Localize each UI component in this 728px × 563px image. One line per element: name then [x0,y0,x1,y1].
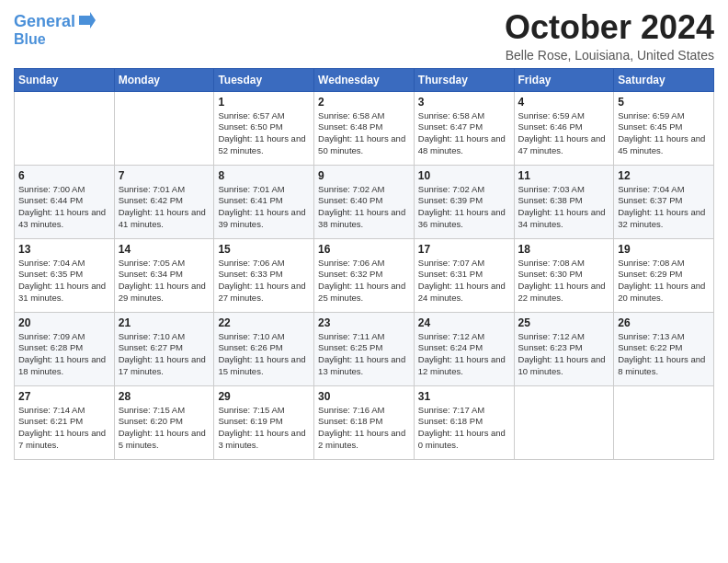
calendar-cell: 18Sunrise: 7:08 AM Sunset: 6:30 PM Dayli… [514,238,614,312]
cell-info: Sunrise: 7:01 AM Sunset: 6:41 PM Dayligh… [218,184,310,231]
cell-info: Sunrise: 7:12 AM Sunset: 6:24 PM Dayligh… [418,331,510,378]
calendar-cell: 14Sunrise: 7:05 AM Sunset: 6:34 PM Dayli… [114,238,214,312]
day-number: 2 [318,96,410,109]
day-number: 5 [618,96,710,109]
cell-info: Sunrise: 7:00 AM Sunset: 6:44 PM Dayligh… [18,184,110,231]
cell-info: Sunrise: 7:14 AM Sunset: 6:21 PM Dayligh… [18,405,110,452]
cell-info: Sunrise: 7:08 AM Sunset: 6:30 PM Dayligh… [518,258,610,304]
day-number: 9 [318,169,410,182]
calendar-cell: 15Sunrise: 7:06 AM Sunset: 6:33 PM Dayli… [214,238,314,312]
page: General Blue October 2024 Belle Rose, Lo… [0,0,728,563]
cell-info: Sunrise: 7:16 AM Sunset: 6:18 PM Dayligh… [318,405,410,452]
cell-info: Sunrise: 7:11 AM Sunset: 6:25 PM Dayligh… [318,331,410,378]
weekday-header-thursday: Thursday [414,68,514,91]
cell-info: Sunrise: 7:08 AM Sunset: 6:29 PM Dayligh… [618,258,710,304]
day-number: 20 [18,316,110,329]
calendar-cell: 4Sunrise: 6:59 AM Sunset: 6:46 PM Daylig… [514,91,614,165]
day-number: 10 [418,169,510,182]
day-number: 13 [18,243,110,256]
title-area: October 2024 Belle Rose, Louisiana, Unit… [505,9,714,63]
day-number: 30 [318,390,410,403]
day-number: 22 [218,316,310,329]
day-number: 11 [518,169,610,182]
calendar-cell: 5Sunrise: 6:59 AM Sunset: 6:45 PM Daylig… [614,91,714,165]
calendar-cell [514,385,614,459]
day-number: 24 [418,316,510,329]
calendar-cell: 19Sunrise: 7:08 AM Sunset: 6:29 PM Dayli… [614,238,714,312]
day-number: 25 [518,316,610,329]
cell-info: Sunrise: 6:57 AM Sunset: 6:50 PM Dayligh… [218,110,310,157]
weekday-header-monday: Monday [114,68,214,91]
calendar-cell: 2Sunrise: 6:58 AM Sunset: 6:48 PM Daylig… [314,91,415,165]
calendar-week-2: 6Sunrise: 7:00 AM Sunset: 6:44 PM Daylig… [15,165,714,238]
calendar-cell: 25Sunrise: 7:12 AM Sunset: 6:23 PM Dayli… [514,312,614,385]
day-number: 18 [518,243,610,256]
day-number: 4 [518,96,610,109]
cell-info: Sunrise: 7:03 AM Sunset: 6:38 PM Dayligh… [518,184,610,231]
day-number: 19 [618,243,710,256]
logo-arrow-icon [77,10,97,30]
cell-info: Sunrise: 7:02 AM Sunset: 6:40 PM Dayligh… [318,184,410,231]
cell-info: Sunrise: 7:04 AM Sunset: 6:37 PM Dayligh… [618,184,710,231]
cell-info: Sunrise: 7:17 AM Sunset: 6:18 PM Dayligh… [418,405,510,452]
cell-info: Sunrise: 7:04 AM Sunset: 6:35 PM Dayligh… [18,258,110,304]
cell-info: Sunrise: 7:01 AM Sunset: 6:42 PM Dayligh… [119,184,210,231]
weekday-header-row: SundayMondayTuesdayWednesdayThursdayFrid… [15,68,714,91]
cell-info: Sunrise: 6:58 AM Sunset: 6:48 PM Dayligh… [318,110,410,157]
calendar-cell: 3Sunrise: 6:58 AM Sunset: 6:47 PM Daylig… [414,91,514,165]
calendar-cell: 23Sunrise: 7:11 AM Sunset: 6:25 PM Dayli… [314,312,415,385]
day-number: 17 [418,243,510,256]
calendar-cell: 22Sunrise: 7:10 AM Sunset: 6:26 PM Dayli… [214,312,314,385]
logo-line1: General [14,12,75,30]
weekday-header-friday: Friday [514,68,614,91]
day-number: 31 [418,390,510,403]
calendar-week-4: 20Sunrise: 7:09 AM Sunset: 6:28 PM Dayli… [15,312,714,385]
calendar-cell: 31Sunrise: 7:17 AM Sunset: 6:18 PM Dayli… [414,385,514,459]
cell-info: Sunrise: 7:09 AM Sunset: 6:28 PM Dayligh… [18,331,110,378]
cell-info: Sunrise: 7:10 AM Sunset: 6:26 PM Dayligh… [218,331,310,378]
header: General Blue October 2024 Belle Rose, Lo… [14,9,714,63]
cell-info: Sunrise: 7:15 AM Sunset: 6:19 PM Dayligh… [218,405,310,452]
logo-line2: Blue [14,31,97,48]
calendar-cell: 10Sunrise: 7:02 AM Sunset: 6:39 PM Dayli… [414,165,514,238]
day-number: 1 [218,96,310,109]
calendar-cell: 17Sunrise: 7:07 AM Sunset: 6:31 PM Dayli… [414,238,514,312]
calendar-cell: 21Sunrise: 7:10 AM Sunset: 6:27 PM Dayli… [114,312,214,385]
logo: General Blue [14,9,97,47]
day-number: 21 [119,316,210,329]
calendar-cell: 30Sunrise: 7:16 AM Sunset: 6:18 PM Dayli… [314,385,415,459]
cell-info: Sunrise: 7:07 AM Sunset: 6:31 PM Dayligh… [418,258,510,304]
cell-info: Sunrise: 6:59 AM Sunset: 6:45 PM Dayligh… [618,110,710,157]
day-number: 26 [618,316,710,329]
cell-info: Sunrise: 7:02 AM Sunset: 6:39 PM Dayligh… [418,184,510,231]
cell-info: Sunrise: 7:05 AM Sunset: 6:34 PM Dayligh… [119,258,210,304]
svg-marker-0 [79,12,96,29]
cell-info: Sunrise: 7:12 AM Sunset: 6:23 PM Dayligh… [518,331,610,378]
calendar-cell: 29Sunrise: 7:15 AM Sunset: 6:19 PM Dayli… [214,385,314,459]
weekday-header-saturday: Saturday [614,68,714,91]
weekday-header-sunday: Sunday [15,68,115,91]
calendar-cell: 28Sunrise: 7:15 AM Sunset: 6:20 PM Dayli… [114,385,214,459]
calendar-cell: 11Sunrise: 7:03 AM Sunset: 6:38 PM Dayli… [514,165,614,238]
day-number: 14 [119,243,210,256]
day-number: 15 [218,243,310,256]
day-number: 29 [218,390,310,403]
calendar-cell: 7Sunrise: 7:01 AM Sunset: 6:42 PM Daylig… [114,165,214,238]
month-title: October 2024 [505,9,714,46]
day-number: 8 [218,169,310,182]
cell-info: Sunrise: 6:58 AM Sunset: 6:47 PM Dayligh… [418,110,510,157]
cell-info: Sunrise: 7:15 AM Sunset: 6:20 PM Dayligh… [119,405,210,452]
day-number: 28 [119,390,210,403]
day-number: 16 [318,243,410,256]
day-number: 23 [318,316,410,329]
calendar-week-5: 27Sunrise: 7:14 AM Sunset: 6:21 PM Dayli… [15,385,714,459]
day-number: 27 [18,390,110,403]
day-number: 6 [18,169,110,182]
calendar-week-1: 1Sunrise: 6:57 AM Sunset: 6:50 PM Daylig… [15,91,714,165]
calendar-cell: 27Sunrise: 7:14 AM Sunset: 6:21 PM Dayli… [15,385,115,459]
cell-info: Sunrise: 7:06 AM Sunset: 6:32 PM Dayligh… [318,258,410,304]
calendar-cell: 16Sunrise: 7:06 AM Sunset: 6:32 PM Dayli… [314,238,415,312]
calendar-week-3: 13Sunrise: 7:04 AM Sunset: 6:35 PM Dayli… [15,238,714,312]
cell-info: Sunrise: 7:06 AM Sunset: 6:33 PM Dayligh… [218,258,310,304]
calendar-table: SundayMondayTuesdayWednesdayThursdayFrid… [14,68,714,460]
